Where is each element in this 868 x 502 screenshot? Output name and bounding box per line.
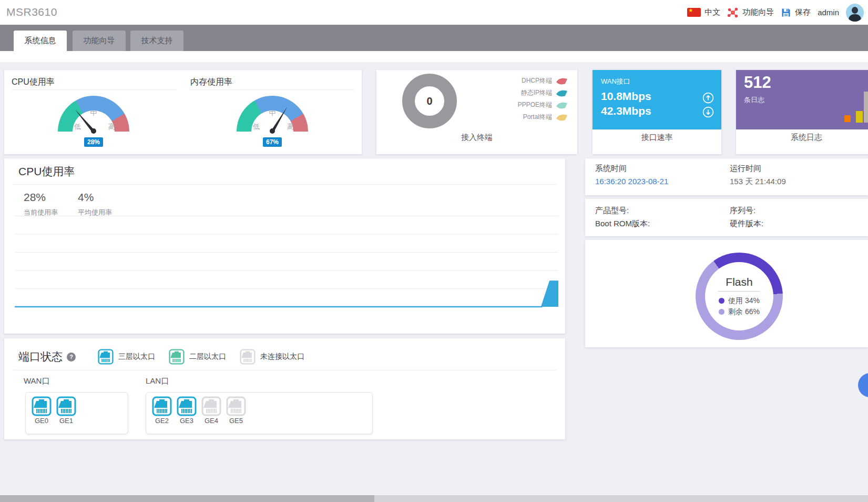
wizard-network-icon [727, 7, 739, 18]
ethernet-port-icon [226, 396, 246, 416]
ethernet-port-icon [56, 396, 76, 416]
tab-tech-support[interactable]: 技术支持 [130, 31, 183, 51]
ethernet-port-icon [169, 349, 185, 365]
port-ge3[interactable]: GE3 [176, 396, 198, 425]
cpu-average-value: 4% [78, 191, 112, 204]
flash-donut: Flash 使用 34% 剩余 66% [696, 253, 783, 340]
terminals-card[interactable]: 0 DHCP终端 静态IP终端 PPPOE终端 Portal终端 接入终端 [376, 70, 577, 154]
gauge-mid-label: 中 [237, 108, 308, 118]
gauge-low-label: 低 [253, 122, 260, 132]
china-flag-icon: ★ [687, 8, 701, 17]
language-switcher[interactable]: ★ 中文 [687, 7, 720, 17]
syslog-card[interactable]: 512 条日志 系统日志 [736, 70, 868, 154]
tab-system-info[interactable]: 系统信息 [14, 31, 67, 51]
scrollbar-thumb[interactable] [0, 495, 374, 502]
used-dot-icon [719, 298, 724, 304]
legend-down-label: 未连接以太口 [260, 352, 304, 362]
gauge-mid-label: 中 [58, 108, 129, 118]
ethernet-port-icon [152, 396, 172, 416]
help-icon[interactable]: ? [67, 353, 76, 362]
avatar-body [849, 14, 861, 22]
cpu-area-series [15, 282, 558, 307]
memory-gauge-title: 内存使用率 [190, 77, 232, 88]
legend-item: 静态IP终端 [518, 87, 568, 99]
legend-staticip-label: 静态IP终端 [521, 88, 552, 97]
device-name: MSR3610 [6, 6, 57, 18]
port-label: GE3 [180, 417, 193, 425]
ethernet-port-icon [201, 396, 221, 416]
divider [13, 370, 556, 370]
cpu-history-card: CPU使用率 28% 当前使用率 4% 平均使用率 [4, 158, 565, 334]
cpu-panel-title: CPU使用率 [18, 164, 75, 179]
flash-free-label: 剩余 66% [728, 306, 760, 317]
gauge-high-label: 高 [287, 122, 294, 132]
bootrom-version-label: Boot ROM版本: [595, 219, 650, 229]
port-ge4[interactable]: GE4 [200, 396, 222, 425]
floating-action-button[interactable] [858, 373, 868, 397]
cpu-average-stat: 4% 平均使用率 [78, 191, 112, 217]
download-arrow-icon [702, 106, 714, 118]
save-floppy-icon [781, 7, 791, 18]
wifi-wing-icon [555, 89, 568, 97]
mini-bar [844, 115, 851, 122]
flash-title: Flash [718, 276, 760, 292]
product-model-label: 产品型号: [595, 206, 629, 216]
legend-pppoe-label: PPPOE终端 [518, 101, 552, 109]
router-dashboard: MSR3610 ★ 中文 功能向导 保存 admin 系统信息 功能向导 技 [0, 0, 868, 502]
top-header: MSR3610 ★ 中文 功能向导 保存 admin [0, 0, 868, 25]
wan-download-value: 42.3Mbps [601, 105, 651, 117]
free-dot-icon [719, 309, 724, 315]
port-ge1[interactable]: GE1 [55, 396, 77, 425]
upload-arrow-icon [702, 92, 714, 104]
hardware-version-label: 硬件版本: [730, 219, 763, 229]
serial-number-label: 序列号: [730, 206, 755, 216]
cpu-history-chart [15, 216, 558, 308]
horizontal-scrollbar[interactable] [0, 495, 868, 502]
legend-l2-label: 二层以太口 [189, 352, 226, 362]
wizard-label: 功能向导 [742, 7, 774, 17]
port-ge5[interactable]: GE5 [225, 396, 247, 425]
cpu-current-stat: 28% 当前使用率 [24, 191, 58, 217]
terminals-card-label: 接入终端 [376, 133, 577, 143]
flash-used-label: 使用 34% [728, 295, 760, 306]
wan-title: WAN接口 [601, 77, 630, 86]
wifi-wing-icon [555, 77, 568, 85]
save-label: 保存 [795, 7, 811, 17]
cpu-line-series [15, 282, 558, 307]
username: admin [818, 8, 839, 17]
cpu-gauge: 低 中 高 [58, 96, 129, 132]
avatar-head [852, 7, 858, 14]
wan-speed-card[interactable]: WAN接口 10.8Mbps 42.3Mbps 接口速率 [593, 70, 721, 154]
wan-upload-value: 10.8Mbps [601, 90, 651, 103]
ethernet-port-icon [98, 349, 114, 365]
memory-gauge: 低 中 高 [237, 96, 308, 132]
device-info-card: 产品型号: 序列号: Boot ROM版本: 硬件版本: [585, 199, 868, 236]
user-avatar[interactable] [846, 4, 864, 22]
tab-wizard[interactable]: 功能向导 [73, 31, 126, 51]
system-time-card: 系统时间 16:36:20 2023-08-21 运行时间 153 天 21:4… [585, 158, 868, 195]
wan-card-label: 接口速率 [593, 133, 721, 143]
port-label: GE2 [155, 417, 169, 425]
wifi-wing-icon [555, 114, 568, 121]
legend-item: Portal终端 [518, 111, 568, 123]
port-ge0[interactable]: GE0 [30, 396, 53, 425]
main-tabbar: 系统信息 功能向导 技术支持 [0, 25, 868, 51]
uptime-label: 运行时间 [730, 164, 786, 174]
wizard-button[interactable]: 功能向导 [727, 7, 774, 18]
syslog-count: 512 [744, 73, 771, 92]
save-button[interactable]: 保存 [781, 7, 811, 18]
legend-dhcp-label: DHCP终端 [522, 76, 552, 85]
mini-bar [856, 111, 863, 123]
cpu-current-value: 28% [24, 191, 58, 204]
flash-free-row: 剩余 66% [719, 306, 760, 317]
ethernet-port-icon [32, 396, 52, 416]
port-ge2[interactable]: GE2 [151, 396, 173, 425]
gauge-low-label: 低 [74, 122, 81, 132]
wan-speed-panel: WAN接口 10.8Mbps 42.3Mbps [593, 70, 721, 129]
legend-item: DHCP终端 [518, 75, 568, 87]
syslog-unit: 条日志 [744, 95, 764, 105]
port-status-title: 端口状态 [18, 349, 63, 364]
tabbar-underlay [0, 51, 868, 62]
flash-card: Flash 使用 34% 剩余 66% [585, 240, 868, 347]
memory-gauge-value: 67% [263, 137, 282, 147]
